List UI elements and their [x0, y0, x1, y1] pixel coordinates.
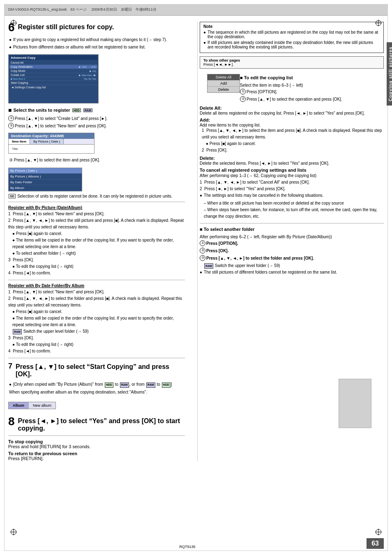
delete-text: Delete the selected items. Press [◄, ►] … — [200, 161, 330, 166]
note-box: Note ● The sequence in which the still p… — [200, 22, 384, 53]
delete-all-title: Delete All: — [200, 106, 221, 111]
sf-note: ● The still pictures of different folder… — [200, 269, 384, 276]
delete-section: Delete: Delete the selected items. Press… — [200, 156, 384, 166]
edit-step-2: ② Press [▲, ▼] to select the operation a… — [240, 96, 384, 103]
add-section: Add: Add new items to the copying list. … — [200, 117, 384, 154]
page-footer: RQT9135 63 — [8, 538, 384, 549]
right-column: Copying still pictures Note ● The sequen… — [197, 22, 384, 461]
add-step1: 1 Press [▲, ▼, ◄, ►] to select the item … — [202, 127, 384, 140]
edit-buttons-box: Delete All Add Delete — [204, 72, 240, 93]
delete-title: Delete: — [200, 156, 215, 161]
btn-delete[interactable]: Delete — [208, 87, 240, 92]
add-step2: 2 Press [OK]. — [202, 147, 384, 154]
select-folder-section: ■ To select another folder After perform… — [200, 227, 384, 276]
sf-bullet: RAM Switch the upper level folder (→ 59) — [204, 263, 384, 269]
corner-crosshair-tl — [10, 20, 17, 26]
note-item1: ● The sequence in which the still pictur… — [203, 30, 380, 39]
btn-add[interactable]: Add — [208, 81, 240, 87]
other-pages-title: To show other pages — [203, 58, 240, 62]
sf-step2: ② Press [OK]. — [200, 248, 384, 254]
cancel-all-intro: After performing step 1–3 (→ 62, Copying… — [200, 173, 384, 179]
delete-all-text: Delete all items registered on the copyi… — [200, 111, 365, 115]
edit-list-section: Delete All Add Delete ■ To edit the copy… — [200, 72, 384, 220]
advanced-copy-screenshot: Advanced Copy Cancel All Copy Destinatio… — [8, 54, 99, 104]
cancel-sit2: – When steps have been taken, for instan… — [204, 207, 384, 220]
page-number: 63 — [367, 538, 384, 549]
sf-step1: ① Press [OPTION]. — [200, 240, 384, 247]
decorative-gray-box — [339, 379, 371, 428]
add-title: Add: — [200, 117, 210, 122]
note-item2: ● If still pictures are already containe… — [203, 40, 380, 49]
corner-crosshair-bl — [10, 529, 17, 535]
btn-delete-all[interactable]: Delete All — [208, 74, 240, 81]
delete-all-section: Delete All: Delete all items registered … — [200, 106, 384, 115]
cancel-sit1: – When a title or still picture has been… — [204, 200, 384, 207]
cancel-all-step1: 1 Press [▲, ▼, ◄, ►] to select "Cancel A… — [200, 179, 384, 186]
edit-list-intro: Select the item in step 6–3 (→ left) — [240, 82, 384, 89]
btn-box: Delete All Add Delete — [207, 74, 240, 93]
select-folder-title: ■ To select another folder — [200, 227, 384, 232]
corner-crosshair-br — [375, 529, 382, 535]
edit-list-title: ■ To edit the copying list — [240, 75, 384, 81]
cancel-all-title: To cancel all registered copying setting… — [200, 168, 307, 173]
other-pages-text: Press [◄◄, ►►]. — [203, 62, 234, 67]
vertical-section-label: Copying still pictures — [387, 42, 392, 106]
footer-model: RQT9135 — [180, 545, 196, 549]
edit-step-1: ① Press [OPTION]. — [240, 89, 384, 95]
add-step1-bullet: ● Press [■] again to cancel. — [206, 140, 384, 147]
sf-step3: ③ Press [▲, ▼, ◄, ►] to select the folde… — [200, 255, 384, 262]
cancel-all-section: To cancel all registered copying setting… — [200, 168, 384, 220]
right-divider — [200, 223, 384, 223]
select-folder-intro: After performing step 6–2 (→ left, Regis… — [200, 234, 384, 240]
other-pages-box: To show other pages Press [◄◄, ►►]. — [200, 56, 384, 69]
note-title: Note — [203, 24, 380, 29]
cancel-all-note: ● The settings and lists may be cancelle… — [200, 192, 384, 199]
add-text: Add new items to the copying list. — [200, 123, 261, 127]
cancel-all-step2: 2 Press [◄, ►] to select "Yes" and press… — [200, 186, 384, 192]
